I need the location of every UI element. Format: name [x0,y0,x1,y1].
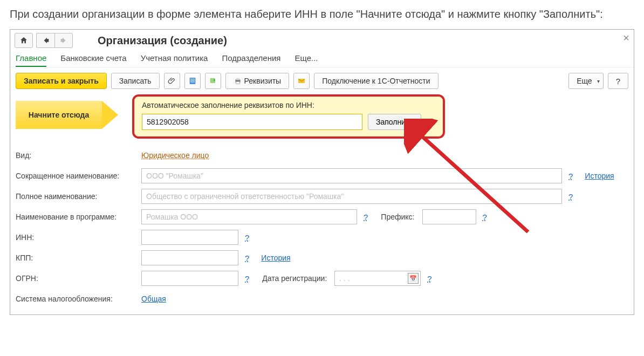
prefix-input[interactable] [422,209,476,224]
more-button[interactable]: Еще [568,73,604,89]
reg-date-help[interactable]: ? [425,274,434,283]
instruction-text: При создании организации в форме элемент… [10,6,634,22]
svg-rect-3 [190,81,195,82]
prog-name-label: Наименование в программе: [16,213,137,221]
vid-label: Вид: [16,151,137,160]
autofill-help[interactable]: ? [427,118,435,127]
tab-more[interactable]: Еще... [294,53,318,67]
rekvizity-button[interactable]: Реквизиты [225,73,290,89]
arrow-right-icon [59,36,68,45]
tab-accounting-policy[interactable]: Учетная политика [141,53,208,67]
svg-rect-7 [236,81,239,84]
start-here-label: Начните отсюда [29,111,89,119]
svg-rect-6 [236,78,239,80]
kpp-label: КПП: [16,254,137,262]
autofill-panel: Автоматическое заполнение реквизитов по … [132,94,445,139]
full-name-help[interactable]: ? [566,192,575,201]
connect-1c-button[interactable]: Подключение к 1С-Отчетности [314,73,438,89]
mail-icon [297,77,306,85]
tab-bank-accounts[interactable]: Банковские счета [60,53,126,67]
kpp-input[interactable] [141,250,238,265]
home-icon [19,36,28,45]
mail-button[interactable] [293,73,310,89]
full-name-input[interactable] [141,189,562,204]
write-and-close-button[interactable]: Записать и закрыть [16,73,107,89]
paperclip-icon [168,77,176,85]
svg-rect-1 [190,79,195,79]
write-button[interactable]: Записать [111,73,160,89]
reg-date-label: Дата регистрации: [262,274,327,283]
forward-button[interactable] [54,33,73,48]
page-title: Организация (создание) [98,35,227,47]
full-name-label: Полное наименование: [16,192,137,201]
fill-button[interactable]: Заполнить [368,114,421,130]
organization-window: × Организация (создание) Главное Банковс… [10,29,634,315]
svg-rect-2 [190,80,195,81]
help-button[interactable]: ? [608,73,628,89]
start-here-arrow: Начните отсюда [16,101,124,129]
inn-input[interactable] [141,230,238,245]
short-name-help[interactable]: ? [566,172,575,181]
list-button[interactable] [184,73,201,89]
printer-icon [234,77,242,85]
home-button[interactable] [15,33,33,48]
prefix-help[interactable]: ? [481,213,489,222]
rekvizity-label: Реквизиты [244,77,282,85]
prog-name-input[interactable] [141,209,357,224]
short-name-label: Сокращенное наименование: [16,172,137,180]
arrow-left-icon [42,36,50,45]
svg-rect-8 [298,79,305,83]
tab-divisions[interactable]: Подразделения [222,53,280,67]
list-icon [188,77,197,85]
back-button[interactable] [36,33,54,48]
ogrn-help[interactable]: ? [243,274,251,283]
refresh-icon [209,77,217,85]
prog-name-help[interactable]: ? [361,213,370,222]
close-icon[interactable]: × [623,32,629,44]
refresh-button[interactable] [205,73,221,89]
short-name-history-link[interactable]: История [585,172,614,180]
short-name-input[interactable] [141,168,562,183]
tab-main[interactable]: Главное [16,53,46,67]
attach-button[interactable] [164,73,180,89]
ogrn-label: ОГРН: [16,274,137,283]
vid-value-link[interactable]: Юридическое лицо [141,151,209,160]
tax-system-link[interactable]: Общая [141,295,166,303]
inn-label: ИНН: [16,233,137,242]
prefix-label: Префикс: [381,213,414,221]
inn-autofill-input[interactable] [142,114,362,130]
kpp-help[interactable]: ? [243,254,251,263]
kpp-history-link[interactable]: История [261,254,290,262]
svg-rect-0 [189,78,195,84]
autofill-caption: Автоматическое заполнение реквизитов по … [142,101,435,109]
calendar-icon[interactable]: 📅 [408,273,419,284]
tax-system-label: Система налогообложения: [16,295,137,303]
inn-help[interactable]: ? [243,233,251,242]
ogrn-input[interactable] [141,271,238,286]
